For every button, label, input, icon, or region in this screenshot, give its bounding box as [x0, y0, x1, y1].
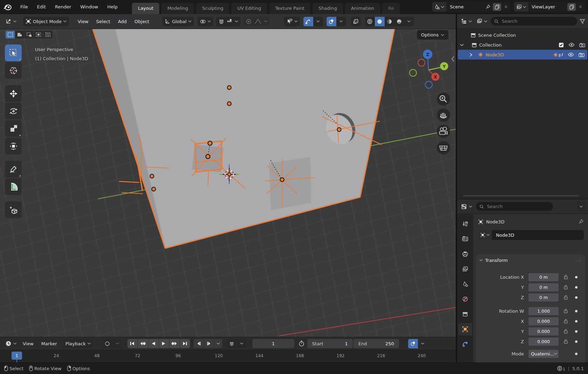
tab-scene[interactable] — [458, 278, 472, 290]
tab-collection[interactable] — [458, 308, 472, 320]
timeline-overlays-dropdown[interactable] — [418, 339, 428, 348]
rotation-y-field[interactable]: 0.000 — [528, 327, 559, 335]
exclude-checkbox[interactable] — [559, 42, 564, 48]
overlays-toggle[interactable] — [327, 17, 336, 26]
remove-view-layer-icon[interactable]: ✕ — [578, 4, 583, 9]
tool-measure[interactable] — [5, 178, 22, 195]
play-button[interactable] — [159, 339, 169, 348]
viewport-3d[interactable]: Z Y X — [0, 29, 456, 337]
tab-physics[interactable] — [458, 338, 472, 351]
menu-file[interactable]: File — [16, 2, 33, 12]
auto-key-toggle[interactable] — [102, 339, 113, 348]
camera-view-button[interactable] — [437, 125, 450, 138]
jump-to-start-button[interactable] — [127, 339, 138, 348]
menu-render[interactable]: Render — [50, 2, 76, 12]
gizmo-minus-x-ball[interactable] — [418, 59, 425, 66]
viewport-options-button[interactable]: Options — [417, 30, 448, 40]
object-id-selector[interactable] — [478, 230, 492, 240]
menu-object[interactable]: Object — [131, 19, 153, 24]
overlays-dropdown[interactable] — [336, 17, 346, 26]
step-forward-button[interactable] — [204, 339, 214, 348]
tab-modeling[interactable]: Modeling — [161, 3, 194, 14]
tab-animation[interactable]: Animation — [345, 3, 380, 14]
view-layer-name[interactable]: ViewLayer — [528, 4, 565, 9]
animate-dot[interactable] — [575, 340, 578, 343]
properties-search[interactable] — [476, 202, 553, 211]
disc-origin[interactable] — [337, 128, 341, 132]
outliner-row-collection[interactable]: Collection — [457, 40, 588, 50]
hide-eye-icon[interactable] — [568, 43, 575, 47]
navigation-gizmo[interactable]: Z Y X — [410, 50, 448, 89]
outliner-row-scene-collection[interactable]: Scene Collection — [457, 30, 588, 40]
empty-dot-top-1[interactable] — [227, 86, 231, 90]
shading-rendered[interactable] — [394, 17, 404, 26]
tab-object[interactable] — [458, 323, 472, 335]
scene-icon[interactable] — [432, 2, 446, 12]
select-mode-invert[interactable] — [34, 31, 43, 39]
auto-key-dropdown[interactable] — [113, 339, 122, 348]
timeline-overlays-toggle[interactable] — [408, 339, 418, 348]
window-origin[interactable] — [280, 178, 284, 182]
rotation-z-field[interactable]: 0.000 — [528, 338, 559, 346]
gizmo-minus-z-ball[interactable] — [425, 81, 432, 88]
frame-start-field[interactable]: Start 1 — [307, 339, 353, 348]
lock-icon[interactable] — [564, 309, 568, 313]
lock-icon[interactable] — [564, 339, 568, 344]
pan-button[interactable] — [437, 109, 450, 122]
menu-help[interactable]: Help — [103, 2, 122, 12]
lock-icon[interactable] — [564, 295, 568, 300]
view-layer-selector[interactable]: ViewLayer ✕ — [514, 2, 585, 12]
disable-render-camera-icon[interactable] — [579, 43, 585, 47]
timeline-menu-view[interactable]: View — [19, 341, 37, 346]
gizmo-minus-y-ball[interactable] — [410, 69, 416, 76]
rotation-x-field[interactable]: 0.000 — [528, 317, 559, 325]
tab-view-layer[interactable] — [458, 263, 472, 275]
outliner-search-input[interactable] — [501, 18, 574, 24]
outliner-scrollbar[interactable] — [463, 195, 579, 196]
row-label[interactable]: Scene Collection — [478, 33, 516, 38]
properties-editor-type[interactable] — [460, 202, 473, 211]
view-layer-icon[interactable] — [514, 2, 528, 12]
empty-dot-left-1[interactable] — [150, 174, 154, 178]
lock-icon[interactable] — [564, 319, 568, 324]
animate-dot[interactable] — [575, 320, 578, 323]
location-x-field[interactable]: 0 m — [528, 273, 559, 281]
shading-wireframe[interactable] — [365, 17, 375, 26]
menu-edit[interactable]: Edit — [33, 2, 50, 12]
tool-move[interactable] — [5, 85, 22, 102]
xray-toggle[interactable] — [351, 17, 361, 26]
new-scene-button[interactable] — [493, 3, 501, 11]
orthographic-toggle-button[interactable] — [437, 141, 450, 154]
menu-add[interactable]: Add — [114, 19, 131, 24]
menu-view[interactable]: View — [74, 19, 92, 24]
empty-dot-top-2[interactable] — [227, 102, 231, 106]
tab-world[interactable] — [458, 293, 472, 305]
tab-shading[interactable]: Shading — [313, 3, 343, 14]
snap-controls[interactable] — [216, 17, 240, 26]
row-label[interactable]: Collection — [479, 42, 502, 48]
breadcrumb-object-name[interactable]: Node3D — [486, 219, 504, 224]
tab-layout[interactable]: Layout — [132, 3, 159, 14]
proportional-editing[interactable] — [243, 17, 270, 26]
current-frame-field[interactable]: 1 — [252, 339, 294, 348]
tool-cursor[interactable] — [5, 62, 22, 79]
step-back-button[interactable] — [194, 339, 204, 348]
visibility-dropdown[interactable] — [284, 17, 300, 26]
empty-dot-1[interactable] — [208, 141, 212, 145]
timeline-ruler[interactable]: 24 48 72 96 120 144 168 192 216 240 1 — [0, 350, 456, 363]
pin-icon[interactable] — [485, 4, 491, 9]
properties-search-input[interactable] — [486, 203, 550, 209]
tool-scale[interactable] — [5, 120, 22, 137]
select-mode-new[interactable] — [6, 31, 15, 39]
filter-funnel-icon[interactable] — [580, 19, 585, 24]
expand-chevron-icon[interactable] — [460, 44, 464, 46]
tab-render[interactable] — [458, 233, 472, 245]
row-label[interactable]: Node3D — [485, 52, 504, 57]
object-name-field[interactable]: Node3D — [492, 230, 584, 240]
empty-dot-left-2[interactable] — [152, 187, 156, 191]
animate-dot[interactable] — [575, 330, 578, 333]
frame-end-field[interactable]: End 250 — [354, 339, 399, 348]
shading-solid[interactable] — [375, 17, 385, 26]
tab-output[interactable] — [458, 248, 472, 260]
select-mode-intersect[interactable] — [43, 31, 52, 39]
